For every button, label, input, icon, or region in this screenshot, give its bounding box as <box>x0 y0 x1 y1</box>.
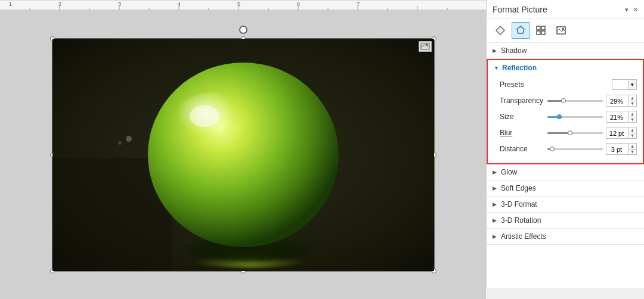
glow-header[interactable]: ▶ Glow <box>487 164 644 180</box>
blur-label: Blur <box>500 129 547 137</box>
transparency-slider[interactable] <box>547 100 603 102</box>
svg-point-32 <box>118 141 122 145</box>
svg-point-30 <box>190 105 219 127</box>
artistic-effects-arrow: ▶ <box>493 233 499 239</box>
svg-text:4: 4 <box>178 1 181 7</box>
svg-line-34 <box>421 45 425 47</box>
ball-svg <box>52 39 434 271</box>
svg-point-28 <box>148 63 339 247</box>
format-panel: Format Picture ▾ × <box>486 0 644 288</box>
size-down[interactable]: ▼ <box>628 117 636 123</box>
size-up[interactable]: ▲ <box>628 111 636 117</box>
transparency-thumb[interactable] <box>561 98 566 103</box>
svg-text:3: 3 <box>118 1 121 7</box>
glow-arrow: ▶ <box>493 169 499 175</box>
shadow-label: Shadow <box>501 46 527 55</box>
svg-point-31 <box>126 136 132 142</box>
preset-icon <box>612 79 628 90</box>
svg-rect-40 <box>541 31 545 35</box>
distance-spinners[interactable]: ▲ ▼ <box>628 144 636 154</box>
image-layout-icon[interactable] <box>419 41 432 52</box>
distance-row: Distance 3 pt ▲ ▼ <box>500 142 637 155</box>
shadow-section: ▶ Shadow <box>487 43 644 59</box>
svg-rect-39 <box>537 31 540 35</box>
ruler-horizontal: 1 2 3 4 5 6 7 <box>0 0 486 11</box>
ruler-svg: 1 2 3 4 5 6 7 <box>0 0 486 11</box>
transparency-up[interactable]: ▲ <box>628 95 636 101</box>
3d-rotation-arrow: ▶ <box>493 217 499 223</box>
svg-point-36 <box>426 43 428 46</box>
blur-slider[interactable] <box>547 132 603 134</box>
transparency-spinners[interactable]: ▲ ▼ <box>628 95 636 106</box>
svg-text:1: 1 <box>9 1 12 7</box>
reflection-arrow: ▼ <box>494 65 500 71</box>
soft-edges-label: Soft Edges <box>501 184 536 192</box>
svg-text:6: 6 <box>297 1 300 7</box>
artistic-effects-header[interactable]: ▶ Artistic Effects <box>487 229 644 244</box>
transparency-value-box[interactable]: 29% ▲ ▼ <box>606 95 637 107</box>
preset-dropdown-arrow[interactable]: ▾ <box>628 79 637 90</box>
distance-label: Distance <box>500 145 547 153</box>
picture-frame[interactable] <box>52 38 435 272</box>
transparency-value: 29% <box>606 95 628 106</box>
3d-rotation-header[interactable]: ▶ 3-D Rotation <box>487 213 644 228</box>
presets-row: Presets ▾ <box>500 78 637 91</box>
sections-container: ▶ Shadow ▼ Reflection Presets ▾ <box>487 43 644 288</box>
blur-down[interactable]: ▼ <box>628 133 636 139</box>
3d-format-arrow: ▶ <box>493 201 499 207</box>
shadow-header[interactable]: ▶ Shadow <box>487 43 644 58</box>
picture-image <box>52 39 434 271</box>
blur-spinners[interactable]: ▲ ▼ <box>628 127 636 138</box>
3d-format-header[interactable]: ▶ 3-D Format <box>487 197 644 212</box>
svg-rect-38 <box>541 26 545 30</box>
blur-value-box[interactable]: 12 pt ▲ ▼ <box>606 127 637 139</box>
soft-edges-section: ▶ Soft Edges <box>487 180 644 197</box>
svg-rect-37 <box>537 26 540 30</box>
3d-rotation-label: 3-D Rotation <box>501 216 541 225</box>
glow-section: ▶ Glow <box>487 164 644 180</box>
transparency-label: Transparency <box>500 96 547 105</box>
artistic-effects-label: Artistic Effects <box>501 232 546 241</box>
3d-format-label: 3-D Format <box>501 200 537 208</box>
distance-value-box[interactable]: 3 pt ▲ ▼ <box>606 143 637 155</box>
shadow-arrow: ▶ <box>493 48 499 54</box>
3d-rotation-section: ▶ 3-D Rotation <box>487 213 644 229</box>
blur-up[interactable]: ▲ <box>628 127 636 133</box>
soft-edges-arrow: ▶ <box>493 185 499 191</box>
panel-title: Format Picture <box>493 5 547 14</box>
distance-up[interactable]: ▲ <box>628 144 636 150</box>
distance-value: 3 pt <box>606 144 628 154</box>
reflection-label: Reflection <box>502 64 537 72</box>
blur-value: 12 pt <box>606 127 628 138</box>
size-slider[interactable] <box>547 116 603 118</box>
effects-icon-btn[interactable] <box>512 22 530 39</box>
size-thumb[interactable] <box>557 114 562 119</box>
close-button[interactable]: × <box>633 5 638 14</box>
distance-down[interactable]: ▼ <box>628 150 636 155</box>
size-value-box[interactable]: 21% ▲ ▼ <box>606 111 637 123</box>
transparency-row: Transparency 29% ▲ ▼ <box>500 94 637 107</box>
svg-point-42 <box>562 28 564 30</box>
distance-slider[interactable] <box>547 148 603 150</box>
size-spinners[interactable]: ▲ ▼ <box>628 111 636 122</box>
size-label: Size <box>500 113 547 121</box>
reflection-section: ▼ Reflection Presets ▾ Transparency <box>487 59 644 164</box>
reflection-header[interactable]: ▼ Reflection <box>488 60 643 76</box>
artistic-effects-section: ▶ Artistic Effects <box>487 229 644 245</box>
picture-icon-btn[interactable] <box>552 22 570 39</box>
icon-bar <box>487 18 644 43</box>
size-row: Size 21% ▲ ▼ <box>500 110 637 123</box>
layout-icon-btn[interactable] <box>532 22 550 39</box>
transparency-down[interactable]: ▼ <box>628 101 636 107</box>
soft-edges-header[interactable]: ▶ Soft Edges <box>487 180 644 196</box>
fill-effects-icon-btn[interactable] <box>491 22 509 39</box>
blur-thumb[interactable] <box>568 130 572 135</box>
svg-point-29 <box>172 92 255 158</box>
presets-label: Presets <box>500 80 547 89</box>
blur-row: Blur 12 pt ▲ ▼ <box>500 126 637 139</box>
panel-options[interactable]: ▾ <box>625 6 628 14</box>
presets-control[interactable]: ▾ <box>612 79 637 90</box>
rotate-handle[interactable] <box>239 26 247 34</box>
distance-thumb[interactable] <box>550 147 555 151</box>
svg-text:5: 5 <box>237 1 240 7</box>
